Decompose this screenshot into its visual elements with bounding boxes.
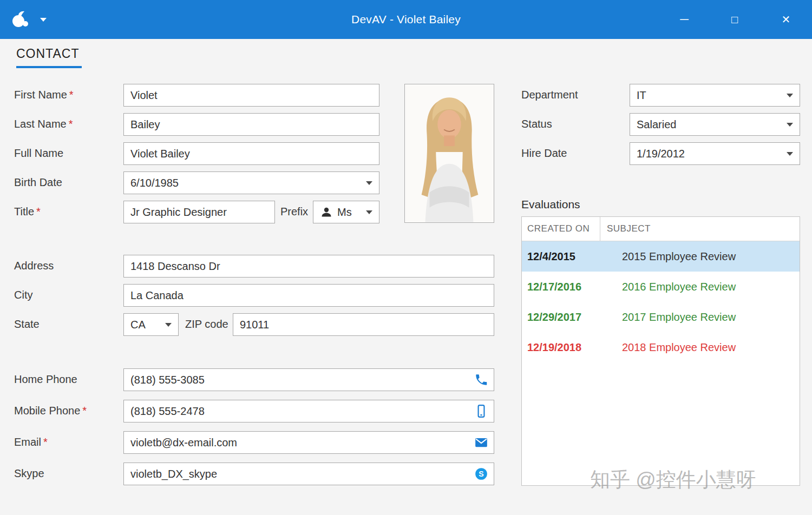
label-text: Title: [14, 206, 34, 217]
column-header-subject[interactable]: SUBJECT: [600, 223, 800, 234]
home-phone-label: Home Phone: [14, 373, 77, 386]
required-asterisk: *: [69, 89, 74, 101]
first-name-label: First Name*: [14, 89, 74, 101]
required-asterisk: *: [43, 436, 48, 448]
label-text: Last Name: [14, 118, 67, 130]
row-subject: 2018 Employee Review: [600, 341, 800, 354]
address-input[interactable]: [124, 255, 494, 277]
prefix-combo[interactable]: Ms: [313, 201, 379, 223]
title-field-wrap: [123, 201, 275, 223]
minimize-button[interactable]: ─: [671, 0, 697, 39]
full-name-label: Full Name: [14, 147, 63, 160]
email-label: Email*: [14, 436, 48, 448]
hire-date-combo[interactable]: 1/19/2012: [630, 142, 800, 165]
email-field-wrap: [123, 431, 494, 454]
prefix-label: Prefix: [280, 206, 308, 218]
hire-date-value: 1/19/2012: [637, 148, 787, 160]
email-input[interactable]: [124, 432, 474, 453]
tab-contact-underline: [16, 66, 82, 68]
required-asterisk: *: [82, 405, 87, 417]
last-name-field-wrap: [123, 113, 379, 136]
chevron-down-icon: [787, 94, 793, 97]
city-label: City: [14, 289, 32, 301]
mobile-phone-label: Mobile Phone*: [14, 405, 87, 417]
chevron-down-icon: [366, 210, 372, 214]
row-subject: 2015 Employee Review: [600, 250, 800, 263]
skype-input[interactable]: [124, 463, 474, 485]
row-created-on: 12/29/2017: [522, 311, 600, 323]
required-asterisk: *: [69, 118, 73, 130]
required-asterisk: *: [36, 206, 41, 217]
titlebar: DevAV - Violet Bailey ─ □ ✕: [0, 0, 812, 39]
title-label: Title*: [14, 206, 41, 218]
table-row[interactable]: 12/4/2015 2015 Employee Review: [522, 241, 800, 272]
birth-date-combo[interactable]: 6/10/1985: [123, 171, 379, 194]
watermark-text: 知乎 @控件小慧呀: [590, 466, 756, 493]
skype-label: Skype: [14, 467, 44, 480]
table-row[interactable]: 12/29/2017 2017 Employee Review: [522, 302, 800, 332]
mobile-phone-icon[interactable]: [474, 404, 488, 418]
prefix-value: Ms: [337, 206, 366, 219]
employee-photo: [404, 84, 494, 223]
state-label: State: [14, 318, 40, 331]
department-combo[interactable]: IT: [630, 84, 800, 107]
chevron-down-icon: [787, 123, 793, 127]
department-value: IT: [637, 89, 787, 102]
close-button[interactable]: ✕: [773, 0, 799, 39]
tab-contact[interactable]: CONTACT: [16, 47, 79, 61]
full-name-input[interactable]: [124, 143, 379, 164]
evaluations-header-row: CREATED ON SUBJECT: [522, 217, 800, 241]
last-name-label: Last Name*: [14, 118, 73, 130]
skype-field-wrap: S: [123, 463, 494, 485]
first-name-field-wrap: [123, 84, 379, 107]
envelope-icon[interactable]: [474, 435, 488, 450]
svg-text:S: S: [479, 470, 483, 478]
row-created-on: 12/19/2018: [522, 341, 600, 354]
status-combo[interactable]: Salaried: [630, 113, 800, 136]
chevron-down-icon: [366, 181, 372, 185]
home-phone-field-wrap: [123, 368, 494, 391]
status-label: Status: [521, 118, 552, 130]
chevron-down-icon: [165, 323, 172, 327]
status-value: Salaried: [637, 118, 787, 131]
row-subject: 2017 Employee Review: [600, 311, 800, 323]
app-window: DevAV - Violet Bailey ─ □ ✕ CONTACT Firs…: [0, 0, 812, 515]
state-value: CA: [130, 319, 165, 331]
row-subject: 2016 Employee Review: [600, 281, 800, 293]
full-name-field-wrap: [123, 142, 379, 165]
title-input[interactable]: [124, 201, 274, 223]
table-row[interactable]: 12/19/2018 2018 Employee Review: [522, 332, 800, 362]
birth-date-value: 6/10/1985: [130, 177, 366, 189]
row-created-on: 12/4/2015: [522, 250, 600, 263]
person-icon: [320, 206, 333, 219]
evaluations-title: Evaluations: [521, 198, 580, 211]
mobile-phone-field-wrap: [123, 400, 494, 422]
department-label: Department: [521, 89, 578, 101]
hire-date-label: Hire Date: [521, 147, 567, 160]
skype-icon[interactable]: S: [474, 467, 488, 481]
city-field-wrap: [123, 284, 494, 307]
zip-label: ZIP code: [185, 318, 228, 331]
chevron-down-icon: [787, 152, 793, 156]
last-name-input[interactable]: [124, 114, 379, 135]
first-name-input[interactable]: [124, 84, 379, 106]
table-row[interactable]: 12/17/2016 2016 Employee Review: [522, 272, 800, 302]
maximize-button[interactable]: □: [722, 0, 748, 39]
label-text: First Name: [14, 89, 67, 101]
city-input[interactable]: [124, 285, 494, 306]
row-created-on: 12/17/2016: [522, 281, 600, 293]
evaluations-table: CREATED ON SUBJECT 12/4/2015 2015 Employ…: [521, 216, 800, 486]
zip-input[interactable]: [233, 314, 494, 335]
label-text: Email: [14, 436, 41, 448]
state-combo[interactable]: CA: [123, 313, 179, 336]
portrait-image: [405, 84, 494, 222]
birth-date-label: Birth Date: [14, 176, 62, 189]
zip-field-wrap: [233, 313, 494, 336]
mobile-phone-input[interactable]: [124, 400, 474, 422]
address-field-wrap: [123, 255, 494, 278]
label-text: Mobile Phone: [14, 405, 80, 417]
address-label: Address: [14, 260, 54, 272]
phone-icon[interactable]: [474, 373, 488, 387]
home-phone-input[interactable]: [124, 369, 474, 391]
column-header-created-on[interactable]: CREATED ON: [522, 217, 600, 241]
